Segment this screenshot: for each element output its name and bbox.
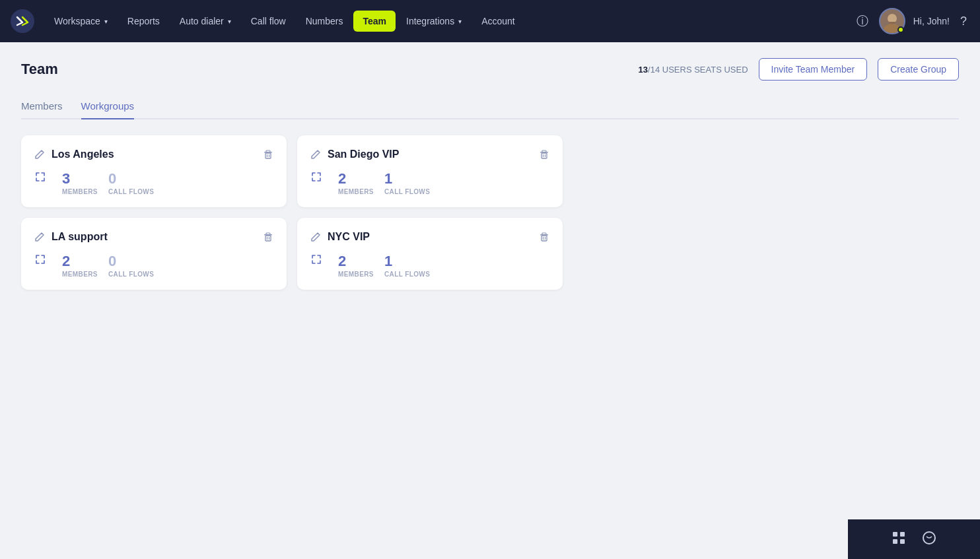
expand-icon[interactable]: [34, 253, 46, 265]
wg-stat-values: 2 MEMBERS 1 CALL FLOWS: [338, 171, 430, 195]
wg-members-count: 3: [62, 171, 98, 187]
svg-rect-14: [265, 236, 271, 241]
wg-callflows-label: CALL FLOWS: [108, 271, 154, 278]
logo[interactable]: [11, 9, 34, 33]
tab-workgroups[interactable]: Workgroups: [81, 94, 135, 119]
edit-icon[interactable]: [310, 232, 321, 242]
wg-members-count: 2: [338, 171, 374, 187]
workgroup-card: San Diego VIP: [297, 135, 563, 207]
wg-callflows-stat: 1 CALL FLOWS: [384, 171, 430, 195]
svg-rect-13: [264, 234, 272, 236]
wg-name: Los Angeles: [52, 148, 114, 160]
wg-members-label: MEMBERS: [338, 188, 374, 195]
svg-rect-5: [264, 152, 272, 153]
delete-icon[interactable]: [539, 149, 549, 160]
expand-icon[interactable]: [34, 171, 46, 183]
nav-item-workspace[interactable]: Workspace▾: [45, 11, 117, 32]
wg-callflows-label: CALL FLOWS: [384, 271, 430, 278]
wg-name: San Diego VIP: [328, 148, 399, 160]
seats-total: 14: [650, 65, 660, 75]
wg-members-label: MEMBERS: [62, 188, 98, 195]
delete-icon[interactable]: [263, 232, 273, 242]
workgroup-card: LA support: [21, 218, 287, 290]
page-header-actions: 13/14 USERS SEATS USED Invite Team Membe…: [639, 58, 959, 81]
wg-members-label: MEMBERS: [62, 271, 98, 278]
wg-card-header: San Diego VIP: [310, 148, 549, 160]
nav-item-team[interactable]: Team: [353, 11, 396, 32]
edit-icon[interactable]: [34, 232, 45, 242]
svg-rect-21: [893, 532, 897, 537]
wg-card-header: Los Angeles: [34, 148, 273, 160]
navbar: Workspace▾ReportsAuto dialer▾Call flowNu…: [0, 0, 980, 42]
nav-item-auto-dialer[interactable]: Auto dialer▾: [170, 11, 240, 32]
wg-title-row: LA support: [34, 231, 108, 243]
wg-card-header: LA support: [34, 231, 273, 243]
edit-icon[interactable]: [34, 149, 45, 160]
info-icon[interactable]: ⓘ: [854, 11, 871, 32]
grid-icon[interactable]: [892, 531, 906, 548]
edit-icon[interactable]: [310, 149, 321, 160]
wg-name: LA support: [52, 231, 108, 243]
svg-rect-17: [540, 234, 548, 236]
nav-right: ⓘ Hi, John! ?: [854, 8, 969, 34]
create-group-button[interactable]: Create Group: [878, 58, 959, 81]
wg-callflows-label: CALL FLOWS: [108, 188, 154, 195]
wg-callflows-count: 0: [108, 253, 154, 269]
chat-icon[interactable]: [922, 531, 936, 548]
wg-stats: 2 MEMBERS 1 CALL FLOWS: [310, 171, 549, 195]
nav-item-reports[interactable]: Reports: [118, 11, 169, 32]
wg-title-row: Los Angeles: [34, 148, 114, 160]
wg-card-header: NYC VIP: [310, 231, 549, 243]
nav-items: Workspace▾ReportsAuto dialer▾Call flowNu…: [45, 11, 524, 32]
online-status-dot: [897, 26, 904, 33]
nav-item-call-flow[interactable]: Call flow: [242, 11, 295, 32]
wg-members-stat: 3 MEMBERS: [62, 171, 98, 195]
invite-team-member-button[interactable]: Invite Team Member: [759, 58, 868, 81]
wg-stats: 2 MEMBERS 1 CALL FLOWS: [310, 253, 549, 278]
tabs-container: Members Workgroups: [21, 94, 959, 119]
wg-members-count: 2: [338, 253, 374, 269]
page-title: Team: [21, 61, 58, 78]
svg-rect-24: [900, 539, 905, 544]
page-header: Team 13/14 USERS SEATS USED Invite Team …: [21, 58, 959, 81]
svg-rect-10: [542, 153, 547, 158]
wg-name: NYC VIP: [328, 231, 370, 243]
nav-item-numbers[interactable]: Numbers: [297, 11, 353, 32]
help-icon[interactable]: ?: [958, 12, 969, 31]
wg-callflows-count: 0: [108, 171, 154, 187]
expand-icon[interactable]: [310, 253, 322, 265]
wg-stat-values: 2 MEMBERS 0 CALL FLOWS: [62, 253, 154, 278]
svg-rect-18: [542, 236, 547, 241]
nav-item-integrations[interactable]: Integrations▾: [397, 11, 471, 32]
wg-members-label: MEMBERS: [338, 271, 374, 278]
chevron-down-icon: ▾: [458, 18, 462, 25]
svg-point-0: [11, 9, 34, 33]
nav-item-account[interactable]: Account: [472, 11, 524, 32]
wg-stats: 3 MEMBERS 0 CALL FLOWS: [34, 171, 273, 195]
workgroups-grid: Los Angeles: [21, 135, 563, 290]
wg-stat-values: 3 MEMBERS 0 CALL FLOWS: [62, 171, 154, 195]
wg-callflows-count: 1: [384, 171, 430, 187]
chevron-down-icon: ▾: [104, 18, 108, 25]
svg-rect-23: [893, 539, 897, 544]
nav-greeting: Hi, John!: [913, 16, 950, 26]
wg-title-row: San Diego VIP: [310, 148, 399, 160]
svg-rect-6: [265, 153, 271, 158]
tab-members[interactable]: Members: [21, 94, 63, 119]
delete-icon[interactable]: [263, 149, 273, 160]
wg-callflows-count: 1: [384, 253, 430, 269]
seats-label: USERS SEATS USED: [662, 65, 748, 75]
wg-stat-values: 2 MEMBERS 1 CALL FLOWS: [338, 253, 430, 278]
chevron-down-icon: ▾: [228, 18, 231, 25]
workgroup-card: NYC VIP: [297, 218, 563, 290]
expand-icon[interactable]: [310, 171, 322, 183]
wg-members-stat: 2 MEMBERS: [338, 253, 374, 278]
workgroup-card: Los Angeles: [21, 135, 287, 207]
wg-members-count: 2: [62, 253, 98, 269]
svg-rect-22: [900, 532, 905, 537]
avatar-container: [879, 8, 905, 34]
delete-icon[interactable]: [539, 232, 549, 242]
wg-members-stat: 2 MEMBERS: [62, 253, 98, 278]
wg-callflows-stat: 1 CALL FLOWS: [384, 253, 430, 278]
wg-stats: 2 MEMBERS 0 CALL FLOWS: [34, 253, 273, 278]
